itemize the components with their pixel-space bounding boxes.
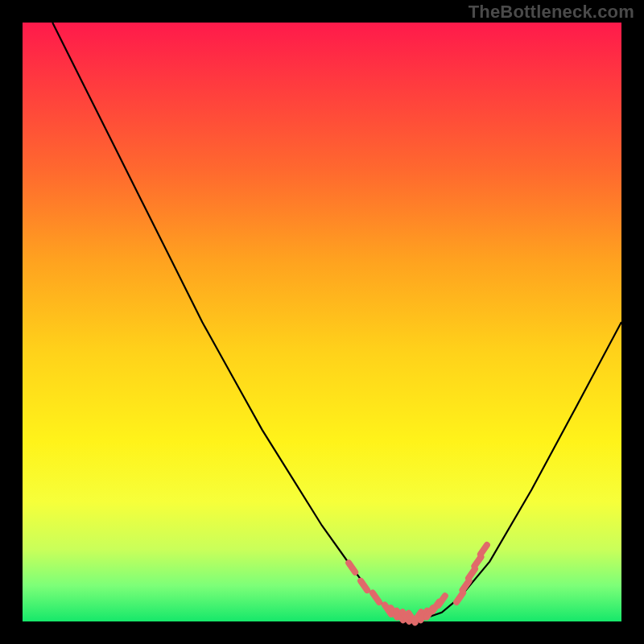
chart-frame: TheBottleneck.com [0, 0, 644, 644]
marker-dash [439, 596, 445, 605]
highlighted-markers [349, 545, 487, 622]
plot-area [23, 23, 621, 621]
marker-dash [349, 563, 355, 572]
watermark-text: TheBottleneck.com [469, 2, 634, 23]
marker-dash [361, 581, 367, 591]
marker-dash [469, 569, 475, 579]
bottleneck-curve-line [52, 23, 621, 618]
marker-dash [481, 545, 487, 555]
marker-dash [456, 593, 463, 603]
chart-svg [23, 23, 621, 621]
marker-dash [373, 593, 379, 603]
marker-dash [474, 557, 481, 566]
